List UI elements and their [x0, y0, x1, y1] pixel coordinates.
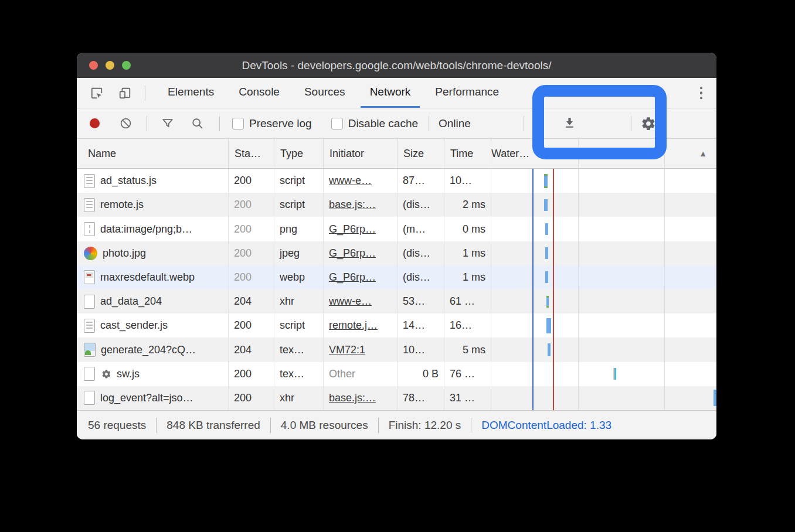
- initiator-cell[interactable]: G_P6rp…: [324, 265, 398, 289]
- search-icon[interactable]: [191, 117, 204, 130]
- tab-sources[interactable]: Sources: [295, 78, 355, 108]
- request-name-cell[interactable]: cast_sender.js: [77, 313, 229, 337]
- script-file-icon: [84, 174, 95, 188]
- disable-cache-checkbox[interactable]: [331, 118, 343, 129]
- request-name: cast_sender.js: [100, 319, 168, 332]
- size-cell: 53…: [398, 289, 444, 313]
- waterfall-cell: [491, 313, 716, 337]
- table-row[interactable]: ad_data_204 204 xhr www-e… 53… 61 …: [77, 289, 716, 313]
- time-cell: 1 ms: [444, 265, 491, 289]
- divider: [147, 116, 147, 131]
- column-header-type[interactable]: Type: [274, 139, 324, 168]
- table-row[interactable]: cast_sender.js 200 script remote.j… 14… …: [77, 313, 716, 337]
- status-cell: 200: [229, 362, 274, 386]
- resources-size: 4.0 MB resources: [281, 419, 368, 432]
- sort-indicator-icon[interactable]: ▲: [699, 149, 707, 158]
- initiator-cell[interactable]: base.js:…: [324, 193, 398, 217]
- request-name-cell[interactable]: maxresdefault.webp: [77, 265, 229, 289]
- waterfall-cell: [491, 265, 716, 289]
- time-cell: 10…: [444, 169, 491, 193]
- request-name-cell[interactable]: ad_data_204: [77, 289, 229, 313]
- throttling-dropdown[interactable]: Online: [439, 117, 471, 130]
- initiator-cell[interactable]: base.js:…: [324, 386, 398, 410]
- table-row[interactable]: photo.jpg 200 jpeg G_P6rp… (dis… 1 ms: [77, 241, 716, 265]
- size-cell: 78…: [398, 386, 444, 410]
- table-row[interactable]: maxresdefault.webp 200 webp G_P6rp… (dis…: [77, 265, 716, 289]
- tab-network[interactable]: Network: [361, 78, 420, 108]
- traffic-lights: [89, 61, 131, 70]
- initiator-cell[interactable]: remote.j…: [324, 313, 398, 337]
- column-header-size[interactable]: Size: [398, 139, 444, 168]
- initiator-cell[interactable]: www-e…: [324, 169, 398, 193]
- preserve-log-group: Preserve log: [227, 117, 312, 130]
- column-header-status[interactable]: Sta…: [229, 139, 274, 168]
- tab-performance[interactable]: Performance: [426, 78, 508, 108]
- type-cell: xhr: [274, 289, 324, 313]
- status-cell: 200: [229, 265, 274, 289]
- minimize-window-button[interactable]: [106, 61, 114, 70]
- request-name-cell[interactable]: data:image/png;b…: [77, 217, 229, 241]
- device-toolbar-icon[interactable]: [118, 86, 132, 100]
- waterfall-cell: [491, 193, 716, 217]
- request-name: data:image/png;b…: [100, 223, 192, 236]
- close-window-button[interactable]: [89, 61, 98, 70]
- initiator-cell[interactable]: G_P6rp…: [324, 217, 398, 241]
- type-cell: xhr: [274, 386, 324, 410]
- tab-console[interactable]: Console: [229, 78, 289, 108]
- table-row[interactable]: ad_status.js 200 script www-e… 87… 10…: [77, 169, 716, 193]
- tab-elements[interactable]: Elements: [158, 78, 223, 108]
- divider: [270, 418, 271, 433]
- time-cell: 1 ms: [444, 241, 491, 265]
- initiator-cell[interactable]: www-e…: [324, 289, 398, 313]
- status-bar: 56 requests 848 KB transferred 4.0 MB re…: [77, 410, 716, 439]
- inspect-element-icon[interactable]: [90, 86, 104, 100]
- waterfall-bar: [714, 390, 716, 406]
- preserve-log-checkbox[interactable]: [232, 118, 244, 129]
- type-cell: tex…: [274, 362, 324, 386]
- request-name: ad_data_204: [100, 295, 162, 308]
- initiator-cell[interactable]: Other: [324, 362, 398, 386]
- imgthumb-file-icon: [84, 343, 96, 357]
- script-file-icon: [84, 198, 95, 212]
- table-row[interactable]: sw.js 200 tex… Other 0 B 76 …: [77, 362, 716, 386]
- request-name-cell[interactable]: log_event?alt=jso…: [77, 386, 229, 410]
- record-network-log-button[interactable]: [90, 118, 100, 128]
- plain-file-icon: [84, 295, 95, 309]
- size-cell: (dis…: [398, 265, 444, 289]
- table-row[interactable]: generate_204?cQ… 204 tex… VM72:1 10… 5 m…: [77, 337, 716, 362]
- dashed-file-icon: [84, 222, 95, 236]
- request-name-cell[interactable]: remote.js: [77, 193, 229, 217]
- size-cell: 87…: [398, 169, 444, 193]
- waterfall-cell: [491, 169, 716, 193]
- requests-count: 56 requests: [88, 419, 146, 432]
- waterfall-bar: [544, 199, 548, 211]
- size-cell: 10…: [398, 337, 444, 362]
- column-header-initiator[interactable]: Initiator: [324, 139, 398, 168]
- request-name: log_event?alt=jso…: [100, 392, 193, 404]
- divider: [378, 418, 379, 433]
- zoom-window-button[interactable]: [122, 61, 131, 70]
- request-name-cell[interactable]: generate_204?cQ…: [77, 337, 229, 362]
- clear-network-log-icon[interactable]: [120, 117, 132, 129]
- table-row[interactable]: log_event?alt=jso… 200 xhr base.js:… 78……: [77, 386, 716, 410]
- service-worker-gear-icon: [101, 369, 111, 379]
- initiator-cell[interactable]: G_P6rp…: [324, 241, 398, 265]
- table-row[interactable]: data:image/png;b… 200 png G_P6rp… (m… 0 …: [77, 217, 716, 241]
- annotation-highlight-box: [532, 85, 667, 159]
- divider: [524, 116, 524, 131]
- waterfall-bar: [545, 271, 548, 283]
- divider: [156, 418, 157, 433]
- column-header-time[interactable]: Time: [444, 139, 491, 168]
- request-name-cell[interactable]: sw.js: [77, 362, 229, 386]
- column-header-name[interactable]: Name: [77, 139, 229, 168]
- time-cell: 61 …: [444, 289, 491, 313]
- status-cell: 200: [229, 217, 274, 241]
- status-cell: 200: [229, 241, 274, 265]
- request-name: ad_status.js: [100, 175, 157, 187]
- table-row[interactable]: remote.js 200 script base.js:… (dis… 2 m…: [77, 193, 716, 217]
- initiator-cell[interactable]: VM72:1: [324, 337, 398, 362]
- request-name-cell[interactable]: ad_status.js: [77, 169, 229, 193]
- more-options-icon[interactable]: [700, 87, 703, 100]
- request-name-cell[interactable]: photo.jpg: [77, 241, 229, 265]
- filter-icon[interactable]: [161, 117, 174, 130]
